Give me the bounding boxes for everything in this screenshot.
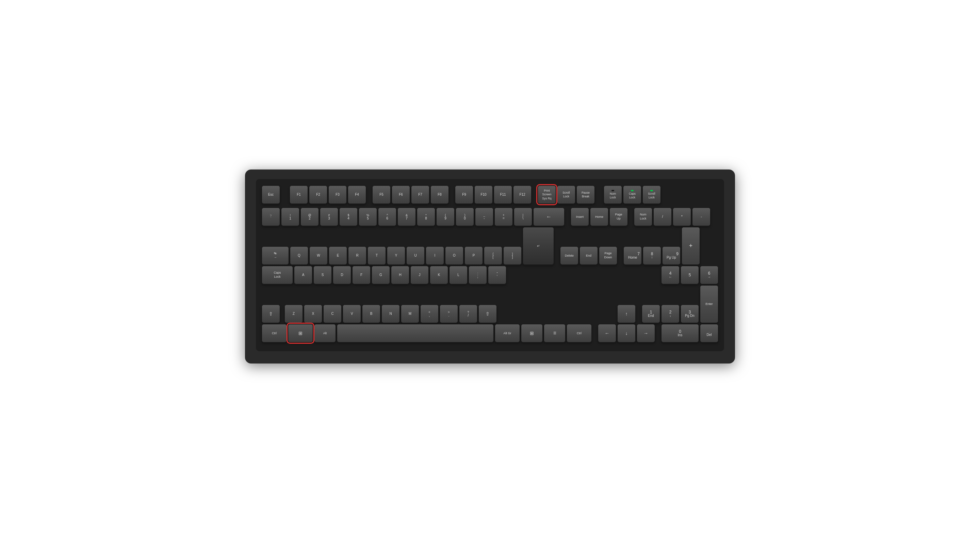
- key-f11[interactable]: F11: [494, 186, 512, 204]
- key-left-bracket[interactable]: {[: [484, 247, 502, 264]
- key-print-screen[interactable]: PrintScreenSys Rq: [538, 186, 556, 204]
- key-r[interactable]: R: [348, 247, 366, 264]
- key-numpad-6[interactable]: 6→: [700, 266, 718, 284]
- key-arrow-left[interactable]: ←: [598, 325, 616, 342]
- key-insert[interactable]: Insert: [571, 208, 589, 226]
- key-numpad-9[interactable]: 9Pg Up: [662, 247, 680, 264]
- key-u[interactable]: U: [407, 247, 424, 264]
- key-o[interactable]: O: [445, 247, 463, 264]
- key-f12[interactable]: F12: [514, 186, 531, 204]
- key-numpad-minus[interactable]: -: [692, 208, 710, 226]
- key-a[interactable]: A: [294, 266, 312, 284]
- key-numpad-star[interactable]: *: [673, 208, 691, 226]
- key-period[interactable]: >.: [440, 305, 458, 323]
- key-numpad-enter[interactable]: Enter: [700, 286, 718, 323]
- key-numpad-7[interactable]: 7Home: [624, 247, 641, 264]
- key-semicolon[interactable]: :;: [469, 266, 487, 284]
- key-numpad-3[interactable]: 3Pg Dn: [681, 305, 698, 323]
- key-left-alt[interactable]: Alt: [314, 325, 336, 342]
- key-left-ctrl[interactable]: Ctrl: [262, 325, 286, 342]
- key-pause[interactable]: PauseBreak: [577, 186, 595, 204]
- key-esc[interactable]: Esc: [262, 186, 280, 204]
- key-t[interactable]: T: [368, 247, 385, 264]
- key-slash[interactable]: ?/: [460, 305, 477, 323]
- key-numpad-dot[interactable]: .Del: [700, 325, 718, 342]
- key-7[interactable]: &7: [398, 208, 415, 226]
- key-quote[interactable]: "': [488, 266, 506, 284]
- key-delete[interactable]: Delete: [560, 247, 578, 264]
- key-2[interactable]: @2: [301, 208, 318, 226]
- key-n[interactable]: N: [382, 305, 399, 323]
- key-f4[interactable]: F4: [348, 186, 366, 204]
- key-6[interactable]: ^6: [379, 208, 396, 226]
- key-comma[interactable]: <,: [421, 305, 438, 323]
- key-f[interactable]: F: [353, 266, 370, 284]
- key-end[interactable]: End: [580, 247, 598, 264]
- key-alt-gr[interactable]: Alt Gr: [495, 325, 520, 342]
- key-j[interactable]: J: [411, 266, 428, 284]
- key-left-win[interactable]: ⊞: [288, 325, 313, 342]
- key-s[interactable]: S: [314, 266, 331, 284]
- key-p[interactable]: P: [465, 247, 482, 264]
- key-z[interactable]: Z: [285, 305, 302, 323]
- key-q[interactable]: Q: [290, 247, 308, 264]
- key-0[interactable]: )0: [456, 208, 474, 226]
- key-f8[interactable]: F8: [431, 186, 449, 204]
- key-numpad-0[interactable]: 0Ins: [662, 325, 698, 342]
- key-backspace[interactable]: ←: [533, 208, 564, 226]
- key-h[interactable]: H: [391, 266, 409, 284]
- key-caps-lock[interactable]: CapsLock: [262, 266, 293, 284]
- key-c[interactable]: C: [324, 305, 341, 323]
- key-i[interactable]: I: [426, 247, 444, 264]
- key-num-lock-indicator[interactable]: NumLock: [604, 186, 622, 204]
- key-9[interactable]: (9: [437, 208, 454, 226]
- key-f10[interactable]: F10: [475, 186, 492, 204]
- key-arrow-right[interactable]: →: [637, 325, 655, 342]
- key-f7[interactable]: F7: [411, 186, 429, 204]
- key-numpad-2[interactable]: 2↓: [662, 305, 679, 323]
- key-f1[interactable]: F1: [290, 186, 308, 204]
- key-right-shift[interactable]: ⇧: [479, 305, 496, 323]
- key-numlock[interactable]: NumLock: [634, 208, 652, 226]
- key-caps-lock-indicator[interactable]: CapsLock: [624, 186, 641, 204]
- key-minus[interactable]: _-: [476, 208, 493, 226]
- key-l[interactable]: L: [450, 266, 467, 284]
- key-tab[interactable]: ↹→: [262, 247, 288, 264]
- key-page-down[interactable]: PageDown: [599, 247, 617, 264]
- key-numpad-slash[interactable]: /: [654, 208, 671, 226]
- key-f2[interactable]: F2: [309, 186, 327, 204]
- key-equals[interactable]: +=: [495, 208, 512, 226]
- key-f6[interactable]: F6: [392, 186, 410, 204]
- key-8[interactable]: *8: [417, 208, 435, 226]
- key-5[interactable]: %5: [359, 208, 377, 226]
- key-enter[interactable]: ↵: [523, 228, 554, 264]
- key-g[interactable]: G: [372, 266, 390, 284]
- key-numpad-4[interactable]: 4←: [662, 266, 679, 284]
- key-f9[interactable]: F9: [455, 186, 473, 204]
- key-page-up[interactable]: PageUp: [610, 208, 627, 226]
- key-numpad-8[interactable]: 8↑: [643, 247, 661, 264]
- key-1[interactable]: !1: [282, 208, 299, 226]
- key-numpad-plus[interactable]: +: [682, 228, 700, 264]
- key-right-win[interactable]: ⊞: [521, 325, 542, 342]
- key-numpad-5[interactable]: 5: [681, 266, 698, 284]
- key-right-bracket[interactable]: }]: [504, 247, 521, 264]
- key-w[interactable]: W: [310, 247, 327, 264]
- key-3[interactable]: #3: [320, 208, 338, 226]
- key-numpad-1[interactable]: 1End: [642, 305, 660, 323]
- key-m[interactable]: M: [401, 305, 419, 323]
- key-right-ctrl[interactable]: Ctrl: [567, 325, 592, 342]
- key-b[interactable]: B: [363, 305, 380, 323]
- key-arrow-up[interactable]: ↑: [617, 305, 635, 323]
- key-f5[interactable]: F5: [372, 186, 390, 204]
- key-4[interactable]: $4: [340, 208, 357, 226]
- key-menu[interactable]: ☰: [544, 325, 565, 342]
- key-x[interactable]: X: [304, 305, 322, 323]
- key-home[interactable]: Home: [590, 208, 608, 226]
- key-d[interactable]: D: [333, 266, 351, 284]
- key-scroll-lock-indicator[interactable]: ScrollLock: [643, 186, 660, 204]
- key-v[interactable]: V: [343, 305, 361, 323]
- key-e[interactable]: E: [329, 247, 347, 264]
- key-left-shift[interactable]: ⇧: [262, 305, 280, 323]
- key-arrow-down[interactable]: ↓: [617, 325, 635, 342]
